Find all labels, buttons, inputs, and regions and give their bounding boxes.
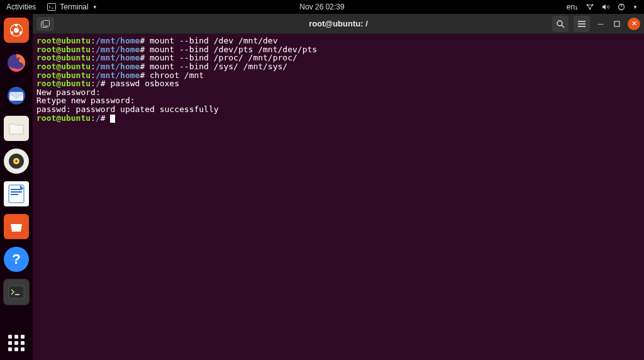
- app-menu-label: Terminal: [60, 3, 88, 11]
- svg-rect-17: [11, 189, 22, 190]
- svg-rect-23: [43, 20, 50, 26]
- dock-terminal[interactable]: [4, 279, 29, 305]
- chevron-down-icon[interactable]: ▼: [633, 4, 638, 10]
- minimize-button[interactable]: ─: [595, 18, 606, 30]
- app-menu[interactable]: Terminal ▼: [47, 3, 97, 11]
- volume-icon[interactable]: [602, 3, 610, 11]
- power-icon[interactable]: [618, 3, 625, 11]
- network-icon[interactable]: [586, 3, 594, 11]
- activities-button[interactable]: Activities: [6, 3, 36, 11]
- svg-point-8: [15, 24, 18, 26]
- terminal-content[interactable]: root@ubuntu:/mnt/home# mount --bind /dev…: [33, 34, 644, 360]
- svg-rect-20: [9, 286, 24, 298]
- dock-thunderbird[interactable]: [4, 83, 29, 108]
- window-title: root@ubuntu: /: [309, 19, 368, 28]
- terminal-icon: [47, 3, 56, 11]
- svg-point-7: [14, 28, 19, 33]
- maximize-button[interactable]: [611, 18, 623, 30]
- show-applications-button[interactable]: [8, 335, 25, 351]
- clock[interactable]: Nov 26 02:39: [299, 3, 344, 11]
- svg-point-24: [557, 21, 562, 26]
- svg-point-10: [19, 31, 22, 34]
- dock-system-settings[interactable]: [4, 18, 29, 43]
- svg-line-25: [562, 25, 564, 28]
- svg-rect-29: [614, 21, 619, 26]
- input-language-indicator[interactable]: en₁: [567, 3, 578, 11]
- gnome-topbar: Activities Terminal ▼ Nov 26 02:39 en₁ ▼: [0, 0, 644, 14]
- terminal-window: root@ubuntu: / ─ ✕ root@ubuntu:/mnt/home…: [33, 14, 644, 360]
- chevron-down-icon: ▼: [92, 4, 97, 10]
- dock-help[interactable]: ?: [4, 247, 29, 272]
- svg-rect-19: [11, 194, 18, 195]
- dock-rhythmbox[interactable]: [4, 149, 29, 174]
- new-tab-button[interactable]: [36, 17, 54, 31]
- dock-files[interactable]: [4, 116, 29, 141]
- window-titlebar: root@ubuntu: / ─ ✕: [33, 14, 644, 34]
- search-button[interactable]: [552, 16, 569, 32]
- svg-rect-0: [48, 4, 56, 11]
- close-button[interactable]: ✕: [628, 18, 640, 30]
- ubuntu-dock: ?: [0, 14, 33, 360]
- dock-libreoffice-writer[interactable]: [4, 181, 29, 206]
- svg-point-15: [15, 160, 17, 162]
- dock-software[interactable]: [4, 214, 29, 239]
- terminal-cursor: [110, 115, 115, 123]
- svg-rect-18: [11, 191, 22, 193]
- svg-point-9: [11, 31, 13, 34]
- hamburger-menu-button[interactable]: [574, 16, 590, 32]
- dock-firefox[interactable]: [4, 50, 29, 76]
